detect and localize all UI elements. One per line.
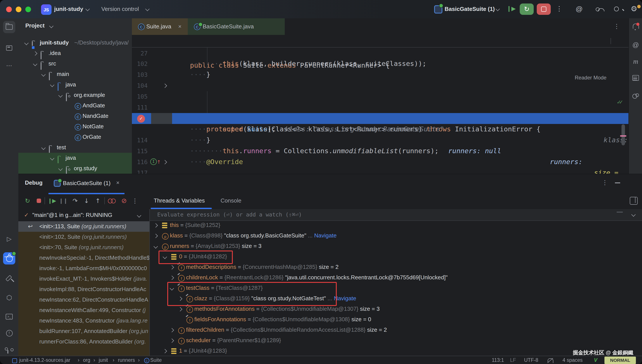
tree-item-org-study[interactable]: org.study [18, 163, 132, 174]
structure-tool-icon[interactable] [3, 42, 15, 54]
maven-tool-icon[interactable]: m [629, 58, 642, 66]
tree-item-java-test[interactable]: java [18, 153, 132, 163]
editor-options-kebab-icon[interactable]: ⋮ [613, 23, 620, 30]
step-into-icon[interactable]: ↓ [82, 196, 91, 206]
stop-button[interactable] [537, 4, 551, 15]
tree-item-junit-study[interactable]: junit-study ~/Desktop/study/java/ [18, 38, 132, 48]
code-line-111[interactable]: 111 @ ····protected Suite(Class<?> klass… [132, 91, 628, 102]
chevron-down-icon[interactable] [137, 213, 141, 218]
rerun-icon[interactable]: ↻ [23, 196, 32, 206]
breadcrumb-junit[interactable]: junit [99, 356, 108, 364]
notifications-muted-icon[interactable] [548, 358, 553, 364]
problems-tool-icon[interactable]: ! [3, 327, 15, 339]
code-line-103[interactable]: 103····} [132, 58, 628, 70]
resume-icon[interactable]: ❙▶ [47, 196, 57, 206]
vcs-menu-button[interactable]: Version control [101, 6, 139, 12]
ai-chat-icon[interactable]: @ [629, 41, 642, 48]
variable-row-childrenlock[interactable]: f childrenLock = {ReentrantLock@1286} "j… [150, 272, 642, 283]
minimize-window-button[interactable] [16, 6, 22, 12]
editor-scrollbar[interactable] [621, 124, 625, 145]
step-over-icon[interactable]: ↷ [70, 196, 80, 206]
frame-row[interactable]: newInstanceWithCaller:499, Constructor (… [18, 305, 149, 316]
ai-assistant-icon[interactable]: @ [576, 5, 583, 13]
tree-item-idea[interactable]: .idea [18, 48, 132, 58]
chevron-down-icon[interactable] [49, 24, 54, 28]
tree-item-java-main[interactable]: java [18, 80, 132, 90]
breadcrumb-suite[interactable]: Suite [150, 356, 162, 364]
collaboration-tool-icon[interactable] [629, 94, 642, 100]
variable-row-this[interactable]: this = {Suite@1252} [150, 220, 642, 230]
frame-row[interactable]: <init>:70, Suite (org.junit.runners) [18, 242, 149, 253]
pause-icon[interactable]: ❙❙ [59, 196, 68, 206]
frame-row[interactable]: invoke:-1, LambdaForm$MH/0x0000000c0 [18, 263, 149, 274]
frame-row[interactable]: <init>:102, Suite (org.junit.runners) [18, 232, 149, 242]
indent-setting[interactable]: 4 spaces [562, 356, 583, 364]
file-encoding[interactable]: UTF-8 [524, 356, 538, 364]
tree-item-andgate[interactable]: C AndGate [18, 100, 132, 111]
debug-panel-title[interactable]: Debug [25, 180, 43, 186]
hide-panel-icon[interactable] [615, 182, 620, 183]
tree-item-orgate[interactable]: C OrGate [18, 132, 132, 142]
run-config-selector[interactable]: BasicGateSuite (1) [445, 6, 495, 12]
tree-item-src[interactable]: src [18, 58, 132, 69]
view-breakpoints-icon[interactable] [107, 196, 117, 206]
code-line-102[interactable]: 102········this(klass, builder.runners(k… [132, 48, 628, 58]
code-line-105[interactable]: 105 ····/** Called by this class and sub… [132, 80, 628, 91]
variable-row-scheduler[interactable]: f scheduler = {ParentRunner$1@1289} [150, 335, 642, 346]
fold-chevron-icon[interactable] [163, 160, 167, 164]
code-line-113-execution-point[interactable]: ✓ ········this.runners = Collections.unm… [132, 113, 628, 124]
breadcrumb-runners[interactable]: runners [118, 356, 135, 364]
settings-gear-icon[interactable]: ⚙ [631, 4, 637, 13]
project-menu-button[interactable]: junit-study [54, 6, 83, 12]
services-tool-icon[interactable]: ⬡ [3, 292, 15, 304]
ideavim-icon[interactable]: V [594, 356, 597, 364]
variable-row-runners[interactable]: p runners = {ArrayList@1253} size = 3 [150, 241, 642, 252]
tree-item-org-example[interactable]: org.example [18, 90, 132, 100]
rerun-debug-button[interactable]: ↻ [520, 4, 534, 15]
override-marker-icon[interactable]: I [150, 158, 157, 165]
stop-icon[interactable] [34, 196, 44, 206]
tree-item-main[interactable]: main [18, 69, 132, 80]
editor-tab-basicgatesuite-java[interactable]: C BasicGateSuite.java [188, 18, 285, 35]
frame-row[interactable]: buildRunner:107, AnnotatedBuilder (org.j… [18, 326, 149, 336]
more-actions-kebab-icon[interactable]: ⋮ [556, 5, 562, 13]
debug-session-tab[interactable]: BasicGateSuite (1) × [49, 174, 125, 194]
evaluate-expression-input[interactable]: Evaluate expression (⏎) or add a watch (… [150, 209, 642, 221]
debug-tool-icon-active[interactable] [3, 252, 15, 264]
breakpoint-icon[interactable]: ✓ [137, 114, 145, 122]
step-out-icon[interactable]: ↑ [93, 196, 103, 206]
frame-row-current[interactable]: ↩ <init>:113, Suite (org.junit.runners) [18, 221, 149, 232]
layout-settings-icon[interactable] [630, 197, 638, 205]
variable-row-klass[interactable]: p klass = {Class@898} "class org.study.B… [150, 230, 642, 241]
mute-breakpoints-icon[interactable]: ⊘ [119, 196, 129, 206]
notifications-bell-icon[interactable] [629, 24, 642, 30]
error-stripe-mark[interactable] [620, 135, 626, 136]
eval-history-icon[interactable] [617, 212, 623, 212]
variable-row-fieldsforannotations[interactable]: f fieldsForAnnotations = {Collections$Un… [150, 314, 642, 325]
close-tab-icon[interactable]: × [178, 18, 182, 35]
tree-item-nandgate[interactable]: C NandGate [18, 111, 132, 121]
tab-threads-variables[interactable]: Threads & Variables [154, 197, 205, 204]
code-line-112[interactable]: 112 ········super(klass);klass: "class o… [132, 102, 628, 113]
frame-row[interactable]: invokeExact_MT:-1, Invokers$Holder (java… [18, 274, 149, 284]
thread-status-row[interactable]: ✓ "main"@1 in g...ain": RUNNING [18, 209, 149, 221]
documentation-tool-icon[interactable] [629, 75, 642, 82]
project-tool-icon[interactable] [3, 21, 15, 33]
frame-row[interactable]: newInstance:483, Constructor (java.lang.… [18, 316, 149, 326]
expand-eval-icon[interactable] [631, 212, 636, 217]
code-line-104[interactable]: 104 [132, 70, 628, 80]
code-line-115[interactable]: 115 [132, 135, 628, 146]
frame-row[interactable]: newInvokeSpecial:-1, DirectMethodHandle$… [18, 253, 149, 263]
frame-row[interactable]: newInstance:62, DirectConstructorHandleA [18, 294, 149, 305]
tree-item-notgate[interactable]: C NotGate [18, 121, 132, 132]
zoom-window-button[interactable] [25, 6, 31, 12]
line-separator[interactable]: LF [510, 356, 516, 364]
add-user-icon[interactable] [596, 5, 604, 13]
code-line-117[interactable]: 117 I ↑ ····protected List<Runner> getCh… [132, 157, 628, 168]
frame-row[interactable]: invokeImpl:88, DirectConstructorHandleAc [18, 284, 149, 294]
breadcrumb-jar[interactable]: junit-4.13.2-sources.jar [19, 356, 70, 364]
run-tool-icon[interactable]: ▷ [3, 233, 15, 245]
git-tool-icon[interactable] [3, 344, 15, 356]
close-window-button[interactable] [6, 6, 12, 12]
frame-row[interactable]: runnerForClass:86, AnnotatedBuilder (org… [18, 336, 149, 347]
